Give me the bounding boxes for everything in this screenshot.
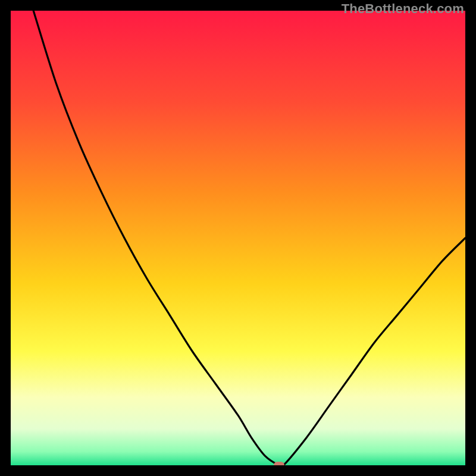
chart-frame: TheBottleneck.com xyxy=(0,0,476,476)
watermark-text: TheBottleneck.com xyxy=(342,1,464,17)
bottleneck-curve xyxy=(11,11,465,465)
optimal-point-marker xyxy=(274,462,284,465)
plot-area xyxy=(11,11,465,465)
